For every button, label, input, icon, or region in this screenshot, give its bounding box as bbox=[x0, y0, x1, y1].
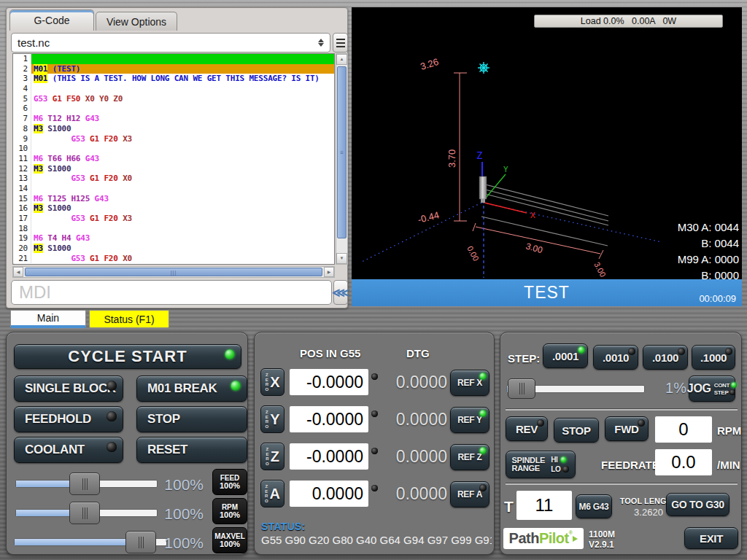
feed-slider-fill bbox=[16, 481, 70, 487]
spindle-load-text: Load 0.0% 0.00A 0W bbox=[581, 16, 676, 26]
file-selector[interactable]: test.nc bbox=[11, 33, 330, 52]
ref-y-button[interactable]: REF Y bbox=[450, 407, 489, 433]
horizontal-scroll-thumb[interactable]: ||| bbox=[25, 268, 322, 276]
a-dro-field[interactable]: 0.0000 bbox=[290, 481, 368, 507]
line-number: 3 bbox=[13, 74, 31, 84]
line-content: G53 G1 F20 X0 bbox=[31, 174, 334, 184]
exit-button[interactable]: EXIT bbox=[684, 527, 738, 549]
gcode-token: G53 bbox=[71, 174, 85, 183]
gcode-line[interactable]: 17 G53 G1 F20 X3 bbox=[13, 214, 334, 224]
axis-letter: Z bbox=[271, 448, 279, 465]
rpm-field[interactable]: 0 bbox=[655, 416, 712, 443]
gcode-line[interactable]: 13 G53 G1 F20 X0 bbox=[13, 174, 334, 184]
zero-x-button[interactable]: ZEROX bbox=[260, 368, 285, 396]
stop-button[interactable]: STOP bbox=[136, 406, 247, 432]
coolant-button[interactable]: COOLANT bbox=[14, 437, 123, 463]
jog-slider-handle[interactable] bbox=[508, 378, 535, 399]
x-dro-field[interactable]: -0.0000 bbox=[290, 369, 368, 395]
tab-main[interactable]: Main bbox=[10, 310, 86, 328]
scroll-left-icon[interactable]: ◀ bbox=[13, 267, 23, 277]
line-number: 10 bbox=[13, 144, 31, 154]
x-dtg-value: 0.0000 bbox=[380, 373, 447, 392]
spindle-stop-button[interactable]: STOP bbox=[554, 418, 599, 443]
tab-status[interactable]: Status (F1) bbox=[89, 310, 169, 328]
ref-z-button[interactable]: REF Z bbox=[450, 444, 489, 470]
tab-view-options[interactable]: View Options bbox=[96, 12, 177, 31]
m01-break-button[interactable]: M01 BREAK bbox=[136, 376, 247, 402]
gcode-editor[interactable]: 12M01 (TEST)3M01 (THIS IS A TEST. HOW LO… bbox=[12, 53, 335, 265]
y-dro-led bbox=[371, 411, 378, 417]
scroll-right-icon[interactable]: ▶ bbox=[324, 267, 334, 277]
gcode-line[interactable]: 12M3 S1000 bbox=[13, 164, 334, 174]
gcode-line[interactable]: 3M01 (THIS IS A TEST. HOW LONG CAN WE GE… bbox=[13, 74, 334, 84]
gcode-token: G43 bbox=[95, 194, 109, 203]
coolant-led bbox=[107, 442, 117, 452]
spindle-range-button[interactable]: SPINDLERANGE HI LO bbox=[506, 451, 576, 478]
feedhold-button[interactable]: FEEDHOLD bbox=[14, 406, 123, 432]
line-number: 12 bbox=[13, 164, 31, 174]
z-dro-field[interactable]: -0.0000 bbox=[290, 443, 368, 470]
scroll-down-icon[interactable]: ▼ bbox=[336, 253, 347, 264]
gcode-token: X0 Y0 Z0 bbox=[85, 94, 123, 104]
step-0001-button[interactable]: .0001 bbox=[543, 343, 588, 368]
horizontal-scrollbar[interactable]: ◀ ||| ▶ bbox=[12, 266, 335, 278]
gcode-line[interactable]: 11M6 T66 H66 G43 bbox=[13, 154, 334, 164]
gcode-line[interactable]: 10 bbox=[13, 144, 334, 154]
gcode-token: S1000 bbox=[47, 244, 71, 253]
gcode-line[interactable]: 8M3 S1000 bbox=[13, 124, 334, 134]
maxvel-slider-handle[interactable] bbox=[125, 531, 156, 553]
tab-gcode[interactable]: G-Code bbox=[9, 9, 94, 31]
gcode-line[interactable]: 14 bbox=[13, 184, 334, 194]
rpm-100-button[interactable]: RPM100% bbox=[212, 498, 247, 524]
gcode-line[interactable]: 4 bbox=[13, 84, 334, 94]
gcode-line[interactable]: 2M01 (TEST) bbox=[13, 64, 334, 74]
y-dro-field[interactable]: -0.0000 bbox=[290, 406, 368, 432]
ref-a-button[interactable]: REF A bbox=[450, 481, 489, 508]
collapse-button[interactable]: ⋘ bbox=[333, 280, 348, 305]
zero-y-button[interactable]: ZEROY bbox=[260, 405, 285, 433]
dro-panel: POS IN G55 DTG ZEROX-0.00000.0000REF XZE… bbox=[254, 332, 495, 555]
vertical-scroll-thumb[interactable]: ≡ bbox=[337, 66, 347, 238]
step-0010-button[interactable]: .0010 bbox=[593, 345, 638, 370]
zero-z-button[interactable]: ZEROZ bbox=[260, 443, 285, 470]
gcode-line[interactable]: 9 G53 G1 F20 X3 bbox=[13, 134, 334, 144]
spindle-rev-button[interactable]: REV bbox=[506, 416, 548, 441]
gcode-line[interactable]: 16M3 S1000 bbox=[13, 203, 334, 214]
reset-label: RESET bbox=[147, 443, 187, 457]
reset-button[interactable]: RESET bbox=[136, 437, 247, 463]
feed-100-button[interactable]: FEED100% bbox=[212, 469, 247, 495]
gcode-line[interactable]: 20M3 S1000 bbox=[13, 244, 334, 254]
cycle-start-button[interactable]: CYCLE START bbox=[14, 344, 241, 369]
feedrate-field[interactable]: 0.0 bbox=[655, 449, 712, 475]
scroll-up-icon[interactable]: ▲ bbox=[336, 54, 347, 65]
readout-line: B: 0000 bbox=[637, 268, 739, 279]
line-content bbox=[31, 84, 334, 94]
gcode-line[interactable]: 1 bbox=[13, 54, 334, 64]
jog-mode-button[interactable]: JOG CONT STEP bbox=[689, 376, 735, 402]
single-block-button[interactable]: SINGLE BLOCK bbox=[14, 376, 123, 402]
tool-number-field[interactable]: 11 bbox=[516, 491, 572, 520]
mdi-input[interactable] bbox=[11, 280, 332, 305]
gcode-line[interactable]: 7M6 T12 H12 G43 bbox=[13, 114, 334, 124]
menu-button[interactable] bbox=[333, 33, 348, 52]
spindle-fwd-button[interactable]: FWD bbox=[605, 416, 649, 441]
rpm-slider-handle[interactable] bbox=[69, 502, 100, 524]
ref-x-button[interactable]: REF X bbox=[450, 370, 489, 396]
gcode-line[interactable]: 5G53 G1 F50 X0 Y0 Z0 bbox=[13, 94, 334, 104]
zero-a-button[interactable]: ZEROA bbox=[260, 480, 285, 508]
maxvel-100-button[interactable]: MAXVEL100% bbox=[212, 527, 247, 553]
step-1000-button[interactable]: .1000 bbox=[692, 345, 735, 370]
go-to-g30-button[interactable]: GO TO G30 bbox=[666, 493, 729, 516]
gcode-line[interactable]: 15M6 T125 H125 G43 bbox=[13, 194, 334, 204]
vertical-scrollbar[interactable]: ▲ ≡ ▼ bbox=[336, 53, 348, 265]
gcode-token bbox=[34, 174, 71, 183]
feed-slider-handle[interactable] bbox=[69, 472, 100, 495]
m6-g43-button[interactable]: M6 G43 bbox=[576, 494, 612, 518]
toolpath-viewport[interactable]: 3.26 3.70 -0.44 0.00 3.00 3.00 bbox=[352, 7, 742, 279]
gcode-line[interactable]: 18 bbox=[13, 224, 334, 234]
gcode-line[interactable]: 6 bbox=[13, 104, 334, 114]
gcode-line[interactable]: 21 G53 G1 F20 X0 bbox=[13, 254, 334, 264]
step-0100-button[interactable]: .0100 bbox=[643, 345, 688, 370]
divider bbox=[506, 409, 738, 411]
gcode-line[interactable]: 19M6 T4 H4 G43 bbox=[13, 233, 334, 244]
